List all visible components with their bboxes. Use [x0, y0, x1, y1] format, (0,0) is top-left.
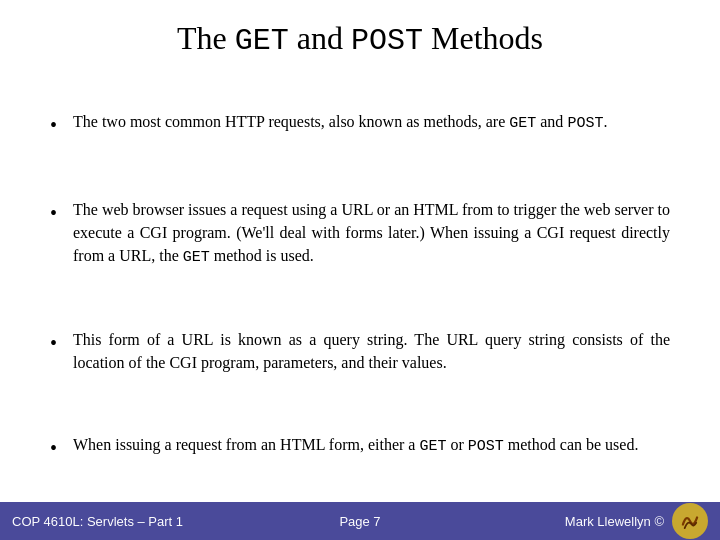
footer-right: Mark Llewellyn ©	[476, 503, 708, 539]
title-code-post: POST	[351, 24, 423, 58]
bullet-text-4: When issuing a request from an HTML form…	[73, 433, 670, 458]
bullet-dot-2: •	[50, 199, 57, 227]
code-post-1: POST	[567, 115, 603, 132]
slide-content: The GET and POST Methods • The two most …	[0, 0, 720, 502]
code-get-3: GET	[419, 438, 446, 455]
slide: The GET and POST Methods • The two most …	[0, 0, 720, 540]
bullet-text-2: The web browser issues a request using a…	[73, 198, 670, 269]
code-post-2: POST	[468, 438, 504, 455]
bullet-dot-1: •	[50, 111, 57, 139]
code-get-2: GET	[183, 249, 210, 266]
footer-course: COP 4610L: Servlets – Part 1	[12, 514, 244, 529]
bullet-text-3: This form of a URL is known as a query s…	[73, 328, 670, 374]
code-get-1: GET	[509, 115, 536, 132]
bullet-dot-4: •	[50, 434, 57, 462]
footer-page: Page 7	[244, 514, 476, 529]
title-code-get: GET	[235, 24, 289, 58]
slide-footer: COP 4610L: Servlets – Part 1 Page 7 Mark…	[0, 502, 720, 540]
bullet-list: • The two most common HTTP requests, als…	[50, 80, 670, 492]
bullet-item-3: • This form of a URL is known as a query…	[50, 328, 670, 374]
logo-icon	[674, 505, 706, 537]
bullet-item-2: • The web browser issues a request using…	[50, 198, 670, 269]
bullet-item-4: • When issuing a request from an HTML fo…	[50, 433, 670, 462]
footer-author: Mark Llewellyn ©	[565, 514, 664, 529]
slide-title: The GET and POST Methods	[50, 20, 670, 58]
footer-logo	[672, 503, 708, 539]
bullet-dot-3: •	[50, 329, 57, 357]
bullet-text-1: The two most common HTTP requests, also …	[73, 110, 670, 135]
bullet-item-1: • The two most common HTTP requests, als…	[50, 110, 670, 139]
